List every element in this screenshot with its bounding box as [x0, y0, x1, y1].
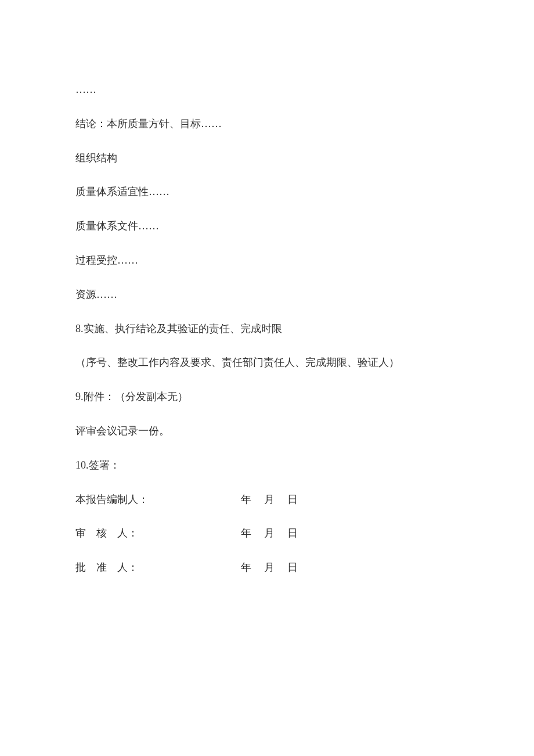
day-unit: 日: [287, 561, 298, 573]
text-line: 评审会议记录一份。: [75, 423, 459, 440]
text-line: 资源……: [75, 286, 459, 303]
year-unit: 年: [241, 527, 251, 539]
month-unit: 月: [264, 561, 275, 573]
signature-row-editor: 本报告编制人： 年月日: [75, 491, 459, 508]
month-unit: 月: [264, 494, 275, 505]
year-unit: 年: [241, 561, 251, 573]
month-unit: 月: [264, 527, 275, 539]
text-line: 质量体系文件……: [75, 218, 459, 235]
text-line: 质量体系适宜性……: [75, 183, 459, 200]
text-line: 过程受控……: [75, 252, 459, 269]
signature-date: 年月日: [241, 491, 298, 508]
signature-date: 年月日: [241, 525, 298, 542]
signature-label: 本报告编制人：: [75, 491, 241, 508]
text-line: 8.实施、执行结论及其验证的责任、完成时限: [75, 321, 459, 337]
text-line: ……: [75, 81, 459, 98]
text-line: 结论：本所质量方针、目标……: [75, 116, 459, 132]
signature-label: 批 准 人：: [75, 559, 241, 576]
text-line: （序号、整改工作内容及要求、责任部门责任人、完成期限、验证人）: [75, 354, 459, 371]
signature-date: 年月日: [241, 559, 298, 576]
signature-label: 审 核 人：: [75, 525, 241, 542]
signature-row-approver: 批 准 人： 年月日: [75, 559, 459, 576]
text-line: 9.附件：（分发副本无）: [75, 388, 459, 405]
signature-row-reviewer: 审 核 人： 年月日: [75, 525, 459, 542]
text-line: 组织结构: [75, 150, 459, 167]
year-unit: 年: [241, 494, 251, 505]
day-unit: 日: [287, 527, 298, 539]
day-unit: 日: [287, 494, 298, 505]
text-line: 10.签署：: [75, 457, 459, 474]
